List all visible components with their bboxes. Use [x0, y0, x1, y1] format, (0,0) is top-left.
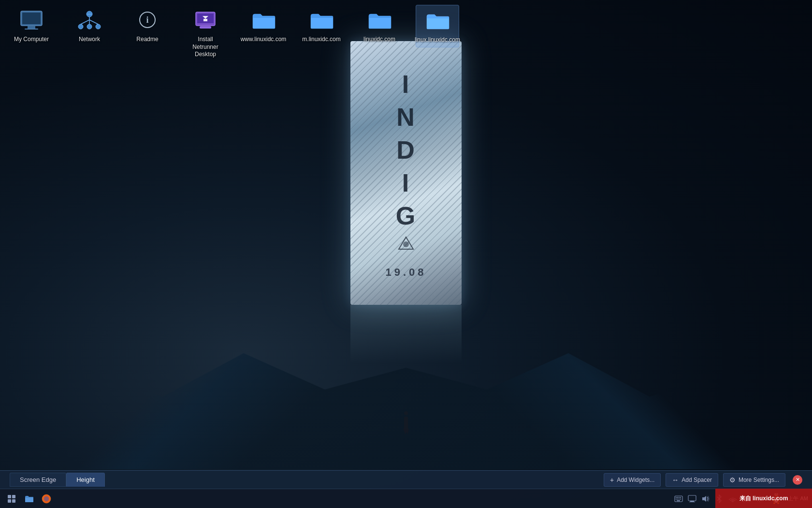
desktop-icon-linux-linuxidc[interactable]: linux.linuxidc.com — [416, 5, 459, 47]
start-menu-button[interactable] — [4, 491, 19, 507]
desktop-icons-row: My Computer Network — [0, 0, 812, 66]
install-icon — [193, 8, 218, 33]
figure-head — [404, 411, 408, 415]
linuxidc-label: linuxidc.com — [363, 36, 395, 44]
svg-rect-22 — [12, 495, 15, 498]
my-computer-icon — [19, 8, 44, 33]
add-widgets-label: Add Widgets... — [617, 477, 654, 483]
linux-linuxidc-label: linux.linuxidc.com — [415, 36, 460, 44]
network-icon — [77, 8, 102, 33]
svg-rect-34 — [679, 498, 680, 499]
svg-point-9 — [87, 24, 92, 29]
file-manager-icon — [25, 495, 33, 503]
file-manager-button[interactable] — [21, 491, 37, 507]
svg-text:i: i — [146, 15, 148, 25]
svg-rect-33 — [677, 498, 678, 499]
svg-rect-30 — [679, 497, 680, 498]
poster-letter-i1: I — [402, 72, 410, 97]
taskbar: 上午 AM — [0, 489, 812, 508]
svg-rect-3 — [22, 13, 41, 24]
add-spacer-button[interactable]: ↔ Add Spacer — [666, 473, 718, 487]
poster-symbol — [396, 235, 416, 254]
svg-rect-23 — [8, 499, 11, 503]
tab-screen-edge[interactable]: Screen Edge — [10, 473, 66, 487]
poster-text-content: I N D I G 19.08 — [350, 41, 462, 305]
close-icon: ✕ — [796, 477, 800, 483]
more-settings-button[interactable]: ⚙ More Settings... — [723, 473, 785, 487]
add-widgets-icon: + — [610, 476, 614, 484]
panel-tabs: Screen Edge Height — [10, 473, 105, 487]
more-settings-icon: ⚙ — [729, 476, 736, 484]
svg-point-1 — [403, 241, 409, 247]
install-label: Install Netrunner Desktop — [187, 36, 224, 59]
svg-point-7 — [78, 24, 83, 29]
www-label: www.linuxidc.com — [241, 36, 287, 44]
desktop-icon-readme[interactable]: i Readme — [126, 5, 169, 46]
volume-tray-icon[interactable] — [701, 494, 710, 504]
desktop-icon-linuxidc[interactable]: linuxidc.com — [358, 5, 401, 46]
svg-point-8 — [96, 24, 101, 29]
svg-rect-28 — [676, 497, 677, 498]
poster-letter-n: N — [396, 105, 416, 130]
svg-rect-21 — [8, 495, 11, 498]
more-settings-label: More Settings... — [739, 477, 779, 483]
svg-rect-29 — [677, 497, 678, 498]
desktop-icon-my-computer[interactable]: My Computer — [10, 5, 53, 46]
desktop-icon-www[interactable]: www.linuxidc.com — [242, 5, 285, 46]
svg-rect-19 — [200, 26, 211, 29]
keyboard-tray-icon[interactable] — [674, 494, 683, 504]
svg-rect-31 — [680, 497, 681, 498]
svg-rect-5 — [25, 29, 38, 30]
svg-rect-35 — [680, 498, 681, 499]
poster-letter-g: G — [396, 203, 416, 228]
browser-button[interactable] — [39, 491, 54, 507]
figure-body — [404, 417, 408, 429]
svg-line-12 — [89, 20, 98, 24]
add-spacer-label: Add Spacer — [682, 477, 712, 483]
poster-number: 19.08 — [385, 266, 426, 279]
taskbar-left — [4, 491, 674, 507]
poster-letter-d: D — [396, 137, 416, 163]
folder-m-icon — [309, 8, 334, 33]
add-spacer-icon: ↔ — [672, 476, 679, 484]
screen-tray-icon[interactable] — [687, 494, 697, 504]
svg-rect-39 — [689, 502, 695, 502]
linux-banner-text: 来自 linuxidc.com — [740, 494, 788, 503]
add-widgets-button[interactable]: + Add Widgets... — [604, 473, 661, 487]
svg-line-11 — [81, 20, 89, 24]
svg-rect-32 — [676, 498, 677, 499]
my-computer-label: My Computer — [14, 36, 49, 44]
indigo-poster: I N D I G 19.08 — [350, 41, 462, 305]
mountain-right — [406, 324, 812, 469]
panel-settings-bar: Screen Edge Height + Add Widgets... ↔ Ad… — [0, 470, 812, 489]
svg-rect-38 — [690, 501, 694, 502]
readme-label: Readme — [136, 36, 158, 44]
panel-actions: + Add Widgets... ↔ Add Spacer ⚙ More Set… — [604, 473, 802, 487]
poster-reflection — [350, 305, 462, 363]
network-label: Network — [79, 36, 100, 44]
folder-www-icon — [251, 8, 276, 33]
svg-rect-4 — [28, 26, 35, 29]
browser-icon — [42, 494, 51, 504]
folder-linuxidc-icon — [367, 8, 392, 33]
linux-banner: 来自 linuxidc.com — [715, 489, 812, 508]
svg-rect-24 — [12, 499, 15, 503]
close-panel-settings-button[interactable]: ✕ — [793, 475, 802, 485]
svg-rect-36 — [677, 500, 680, 501]
svg-rect-37 — [688, 495, 696, 501]
svg-rect-18 — [203, 19, 207, 21]
grid-icon — [7, 494, 16, 503]
desktop: I N D I G 19.08 — [0, 0, 812, 508]
svg-marker-40 — [702, 496, 706, 502]
poster-letter-i2: I — [402, 170, 410, 195]
desktop-icon-network[interactable]: Network — [68, 5, 111, 46]
tab-height[interactable]: Height — [66, 473, 105, 487]
desktop-icon-install[interactable]: Install Netrunner Desktop — [184, 5, 227, 61]
readme-icon: i — [135, 8, 160, 33]
folder-linux-icon — [425, 8, 450, 33]
figure-person — [401, 411, 411, 433]
m-label: m.linuxidc.com — [302, 36, 340, 44]
desktop-icon-m[interactable]: m.linuxidc.com — [300, 5, 343, 46]
mountain-left — [0, 324, 406, 469]
